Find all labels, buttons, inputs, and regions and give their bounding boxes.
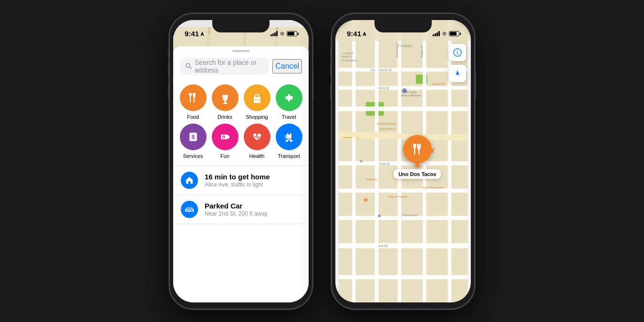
svg-point-86 <box>378 214 381 217</box>
shopping-icon-circle <box>244 84 270 111</box>
transport-icon-circle <box>276 124 302 150</box>
travel-icon <box>282 91 296 104</box>
svg-rect-14 <box>254 97 260 103</box>
svg-rect-40 <box>186 209 193 211</box>
svg-point-83 <box>364 198 368 202</box>
svg-rect-13 <box>223 103 228 104</box>
map-overlay-buttons: i <box>449 44 466 82</box>
volume-up-button-right <box>330 61 332 78</box>
category-transport[interactable]: Transport <box>274 124 304 159</box>
category-health[interactable]: Health <box>242 124 272 159</box>
home-icon <box>185 176 194 185</box>
svg-text:Tadich Grill: Tadich Grill <box>432 82 445 85</box>
fun-label: Fun <box>220 153 229 159</box>
shopping-label: Shopping <box>246 114 268 120</box>
svg-point-82 <box>402 88 407 93</box>
wifi-icon-right: ⊜ <box>442 31 447 37</box>
category-services[interactable]: $ Services <box>178 124 208 159</box>
pin-food-icon <box>410 142 425 156</box>
svg-marker-26 <box>227 135 229 139</box>
search-input-field[interactable]: Search for a place or address <box>180 58 269 75</box>
svg-text:Sushirrito: Sushirrito <box>366 178 377 181</box>
svg-text:PYRAMID: PYRAMID <box>398 44 413 48</box>
power-button-right <box>475 71 476 99</box>
svg-text:Post St: Post St <box>379 162 390 165</box>
svg-point-39 <box>191 211 192 212</box>
category-food[interactable]: Food <box>178 84 208 120</box>
svg-text:FINANCIAL: FINANCIAL <box>377 121 397 125</box>
pin-dot <box>415 162 420 167</box>
search-icon <box>186 63 192 69</box>
svg-text:CATHEDRAL: CATHEDRAL <box>341 59 357 62</box>
car-subtitle: Near 2nd St, 200 ft away <box>205 210 268 217</box>
battery-icon-right <box>449 31 459 36</box>
category-shopping[interactable]: Shopping <box>242 84 272 120</box>
health-label: Health <box>249 153 265 159</box>
shopping-icon <box>250 91 264 104</box>
svg-text:Hops & Hominy: Hops & Hominy <box>388 195 407 198</box>
svg-text:Roy's Restaurant: Roy's Restaurant <box>423 186 444 189</box>
home-subtitle: Alice Ave, traffic is light <box>205 181 270 188</box>
svg-marker-89 <box>456 70 459 75</box>
left-screen: YA... 9:41 ⊜ <box>173 20 309 302</box>
svg-point-34 <box>286 139 288 142</box>
info-icon: i <box>453 48 462 57</box>
transport-label: Transport <box>278 153 300 159</box>
silent-switch <box>168 47 169 59</box>
cancel-button[interactable]: Cancel <box>272 59 302 73</box>
pin-label: Uno Dos Tacos <box>394 169 441 178</box>
food-icon-circle <box>180 84 207 111</box>
signal-icon-left <box>270 31 278 36</box>
car-quick-item[interactable]: Parked Car Near 2nd St, 200 ft away <box>173 195 309 224</box>
time-display-left: 9:41 <box>185 30 204 38</box>
health-icon-circle <box>244 124 270 150</box>
car-icon <box>185 206 194 213</box>
svg-text:$: $ <box>191 134 194 140</box>
svg-point-35 <box>290 139 292 142</box>
services-label: Services <box>183 153 203 159</box>
search-bar[interactable]: Search for a place or address Cancel <box>180 58 302 75</box>
home-quick-item[interactable]: 16 min to get home Alice Ave, traffic is… <box>173 166 309 195</box>
notch-right <box>374 20 432 32</box>
location-button[interactable] <box>449 65 466 82</box>
svg-text:DISTRICT: DISTRICT <box>379 127 396 131</box>
volume-down-button <box>168 83 169 99</box>
services-icon-circle: $ <box>180 124 207 150</box>
svg-rect-42 <box>190 207 192 208</box>
category-drinks[interactable]: Drinks <box>210 84 240 120</box>
svg-text:Battery St: Battery St <box>420 45 423 57</box>
info-button[interactable]: i <box>449 44 466 61</box>
travel-icon-circle <box>276 84 302 111</box>
svg-text:Palace Hotel: Palace Hotel <box>402 213 417 216</box>
category-fun[interactable]: Fun <box>210 124 240 159</box>
svg-point-28 <box>223 136 224 137</box>
svg-rect-31 <box>288 133 290 135</box>
wifi-icon-left: ⊜ <box>280 31 284 37</box>
home-title: 16 min to get home <box>205 173 270 181</box>
volume-up-button <box>168 61 169 78</box>
silent-switch-right <box>330 47 332 59</box>
svg-point-85 <box>360 160 363 163</box>
svg-point-33 <box>288 138 290 139</box>
food-label: Food <box>187 114 199 120</box>
left-phone: YA... 9:41 ⊜ <box>169 13 312 309</box>
car-quick-text: Parked Car Near 2nd St, 200 ft away <box>205 202 268 217</box>
time-display-right: 9:41 <box>347 30 366 38</box>
drinks-icon-circle <box>212 84 239 111</box>
svg-rect-12 <box>224 102 226 103</box>
food-pin[interactable]: Uno Dos Tacos <box>394 135 441 178</box>
svg-point-38 <box>187 211 187 212</box>
food-icon <box>187 91 200 104</box>
fun-icon-circle <box>212 124 239 150</box>
status-icons-left: ⊜ <box>270 31 297 37</box>
car-title: Parked Car <box>205 202 268 210</box>
svg-point-7 <box>186 63 190 67</box>
compass-icon <box>453 69 462 78</box>
car-quick-icon <box>181 201 198 218</box>
drinks-label: Drinks <box>218 114 232 120</box>
sheet-handle <box>232 50 249 52</box>
fun-icon <box>218 130 232 144</box>
search-placeholder-text: Search for a place or address <box>195 59 263 74</box>
category-travel[interactable]: Travel <box>274 84 304 120</box>
map-container: Sacramento St Halleck St Market St Post … <box>335 20 471 302</box>
